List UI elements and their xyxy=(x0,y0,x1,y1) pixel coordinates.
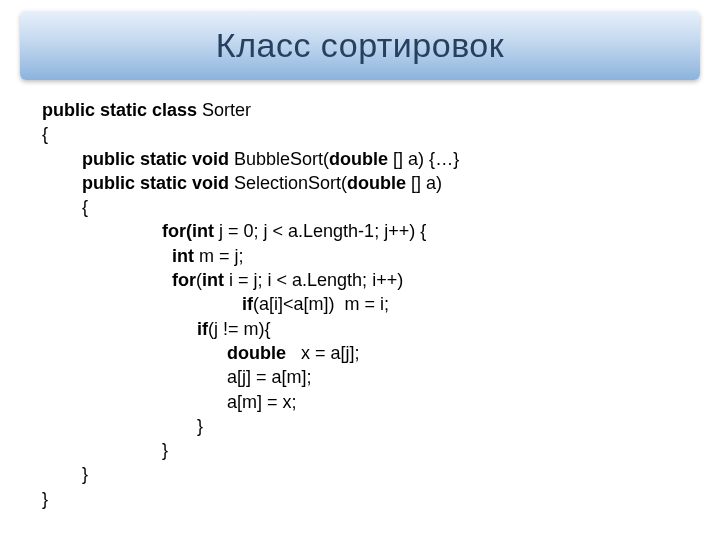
kw-psv-2: public static void xyxy=(42,173,234,193)
t-brace-open-2: { xyxy=(42,197,88,217)
kw-if-2: if xyxy=(42,319,208,339)
t-brace-close-2: } xyxy=(42,440,168,460)
kw-int-m: int xyxy=(42,246,199,266)
t-am-x: a[m] = x; xyxy=(42,392,297,412)
code-block: public static class Sorter { public stat… xyxy=(42,98,720,511)
t-brace-open: { xyxy=(42,124,48,144)
t-selectionsort: SelectionSort( xyxy=(234,173,347,193)
t-brace-close-1: } xyxy=(42,416,203,436)
t-x-eq: x = a[j]; xyxy=(301,343,360,363)
t-sorter: Sorter xyxy=(202,100,251,120)
t-for-i: i = j; i < a.Length; i++) xyxy=(229,270,403,290)
slide-title: Класс сортировок xyxy=(216,26,504,65)
t-aj-am: a[j] = a[m]; xyxy=(42,367,312,387)
kw-double-x: double xyxy=(42,343,301,363)
kw-if-1: if xyxy=(42,294,253,314)
title-bar: Класс сортировок xyxy=(20,10,700,80)
t-brace-close-3: } xyxy=(42,464,88,484)
kw-int-i: int xyxy=(202,270,229,290)
kw-public-static-class: public static class xyxy=(42,100,202,120)
t-m-eq-j: m = j; xyxy=(199,246,244,266)
t-if-jm: (j != m){ xyxy=(208,319,271,339)
t-arr-a-2: [] a) xyxy=(411,173,442,193)
kw-double-2: double xyxy=(347,173,411,193)
t-if-cmp: (a[i]<a[m]) m = i; xyxy=(253,294,389,314)
t-for-j: j = 0; j < a.Length-1; j++) { xyxy=(219,221,426,241)
slide: Класс сортировок public static class Sor… xyxy=(0,10,720,540)
t-bubblesort: BubbleSort( xyxy=(234,149,329,169)
kw-double-1: double xyxy=(329,149,393,169)
kw-for-int-1: for(int xyxy=(42,221,219,241)
t-arr-a-1: [] a) {…} xyxy=(393,149,459,169)
kw-for-2: for xyxy=(42,270,196,290)
t-brace-close-4: } xyxy=(42,489,48,509)
kw-psv-1: public static void xyxy=(42,149,234,169)
